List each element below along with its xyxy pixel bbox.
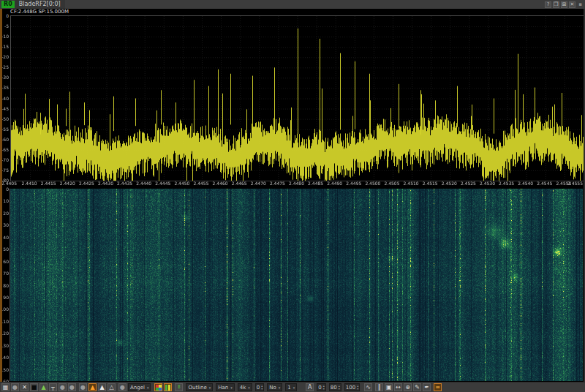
spinner-value: 0 [318,385,321,391]
color-map-button[interactable] [154,383,162,391]
chevron-down-icon: ▾ [147,385,149,390]
bars-icon [165,385,170,391]
triangle-white-icon: ▲ [99,385,104,391]
combo-value: Angel [130,385,145,391]
freeze-button[interactable]: ‖ [375,383,383,391]
spinner-arrows-icon[interactable]: ▴▾ [261,385,263,391]
fft-size-combo[interactable]: 4k▾ [238,383,252,391]
combo-value: Han [218,385,228,391]
colorgrid-icon [156,385,162,391]
combo-value: 1 [287,385,290,391]
circle-icon: ● [60,385,65,391]
window-title: BladeRF2[0:0] [15,0,65,9]
grid-toggle-button[interactable]: ▦ [1,383,10,391]
help-icon[interactable]: ? [545,1,551,8]
power-icon: ⊕ [405,385,410,391]
toolbar-button-7[interactable]: ● [58,383,67,391]
circle-icon: ● [12,385,18,391]
max-hold-button[interactable]: ▲ [88,383,97,391]
fft-overlap-spinner[interactable]: 0▴▾ [255,383,264,391]
toolbar-button-9[interactable]: ● [79,383,87,391]
triangle-orange-icon: ▲ [90,385,94,391]
hamburger-icon: ≡ [435,385,440,391]
save-spectrum-button[interactable]: ▣ [385,383,393,391]
spinner-value: 100 [346,385,355,391]
spectrum-toolbar: ▦●✕■▲┬●●●▲▲△●Angel▾↟Outline▾Han▾4k▾0▴▾No… [0,382,585,392]
receiver-index-badge: R0 [1,1,15,8]
response-curve-button[interactable]: ∿ [364,383,372,391]
toolbar-button-2[interactable]: ● [11,383,19,391]
center-frequency-span-label: CF:2.448G SP:15.000M [10,9,69,15]
spinner-arrows-icon[interactable]: ▴▾ [357,385,358,391]
triangle-outline-icon: △ [109,385,113,391]
spinner-arrows-icon[interactable]: ▴▾ [323,385,325,391]
chevron-down-icon: ▾ [248,385,250,390]
circle-icon: ● [80,385,86,391]
combo-value: 4k [240,385,246,391]
histogram-button[interactable]: ▲ [39,383,48,391]
zoom-reset-button[interactable]: ✕ [20,383,29,391]
pencil-icon: ✎ [415,385,420,391]
circle-icon: ● [69,385,75,391]
combo-value: No [269,385,276,391]
circle-icon: ● [120,385,125,391]
frequency-tick-label: 2.4555 [562,181,583,186]
toolbar-button-13[interactable]: ● [118,383,127,391]
range-spinner[interactable]: 80▴▾ [329,383,341,391]
h-arrows-icon: ↔ [396,385,401,391]
chevron-down-icon: ▾ [230,385,233,390]
waterfall-display[interactable] [10,189,583,381]
fft-window-combo[interactable]: Han▾ [216,383,235,391]
waterfall-share-spinner[interactable]: 100▴▾ [344,383,360,391]
curve-icon: ∿ [366,385,371,391]
antenna-button[interactable]: ┬ [49,383,57,391]
window-titlebar[interactable]: R0 BladeRF2[0:0] ?❐⊠✕▪ [0,0,585,9]
tree-icon: ↟ [177,385,182,391]
calibration-button[interactable]: ⊕ [404,383,412,391]
app-window: R0 BladeRF2[0:0] ?❐⊠✕▪ CF:2.448G SP:15.0… [0,0,585,392]
shrink-window-icon[interactable]: ⊠ [561,1,567,8]
spinner-value: 80 [331,385,337,391]
autoscale-button[interactable]: A [306,383,314,391]
pen-icon: ✒ [424,385,429,391]
toolbar-button-8[interactable]: ● [68,383,76,391]
window-frame-left [0,9,2,382]
pause-icon: ‖ [378,385,381,391]
combo-value: Outline [188,385,206,391]
x-arrows-icon: ✕ [22,385,27,391]
markers-combo[interactable]: Angel▾ [128,383,151,391]
floppy-icon: ▣ [386,385,392,391]
fit-width-button[interactable]: ↔ [394,383,402,391]
spinner-arrows-icon[interactable]: ▴▾ [339,385,340,391]
current-trace-button[interactable]: ▲ [98,383,106,391]
chevron-down-icon: ▾ [293,385,295,390]
spinner-value: 0 [257,385,260,391]
marker-pen-button[interactable]: ✒ [423,383,431,391]
chevron-down-icon: ▾ [209,385,211,390]
grid-icon: ▦ [3,385,9,391]
letter-a-icon: A [308,385,312,391]
resize-grip-icon[interactable]: ▪ [577,1,584,8]
triangle-green-icon: ▲ [41,385,45,391]
antenna-icon: ┬ [51,385,55,391]
averaging-count-combo[interactable]: 1▾ [285,383,297,391]
chevron-down-icon: ▾ [279,385,281,390]
spectrum-display[interactable] [10,15,584,181]
histogram-bars-button[interactable] [164,383,172,391]
close-icon[interactable]: ✕ [569,1,575,8]
detach-window-icon[interactable]: ❐ [553,1,559,8]
color-swatch-button[interactable]: ■ [30,383,38,391]
display-style-combo[interactable]: Outline▾ [186,383,213,391]
annotate-button[interactable]: ✎ [413,383,421,391]
averaging-mode-combo[interactable]: No▾ [267,383,282,391]
average-trace-button[interactable]: △ [107,383,116,391]
spectrum-menu-button[interactable]: ≡ [434,383,442,391]
ref-level-spinner[interactable]: 0▴▾ [317,383,325,391]
black-square-icon: ■ [31,385,37,391]
decay-tree-button[interactable]: ↟ [175,383,183,391]
titlebar-icons: ?❐⊠✕▪ [545,1,585,8]
